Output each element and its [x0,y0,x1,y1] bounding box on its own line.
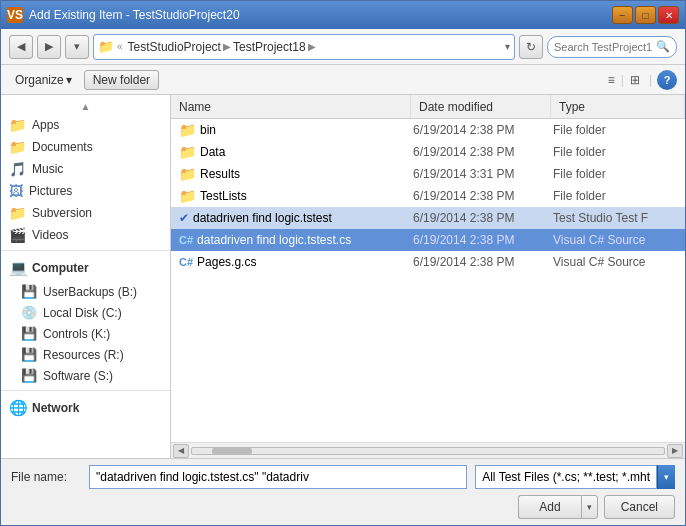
dropdown-button[interactable]: ▾ [65,35,89,59]
add-dropdown-button[interactable]: ▾ [581,495,598,519]
search-box: 🔍 [547,36,677,58]
resources-drive-icon: 💾 [21,347,37,362]
file-name-testlists: 📁 TestLists [173,188,413,204]
file-row-tstest[interactable]: ✔ datadriven find logic.tstest 6/19/2014… [171,207,685,229]
file-row-pages-cs[interactable]: C# Pages.g.cs 6/19/2014 2:38 PM Visual C… [171,251,685,273]
main-panel: Name Date modified Type 📁 bin 6/19/2014 … [171,95,685,458]
minimize-button[interactable]: − [612,6,633,24]
folder-icon-data: 📁 [179,144,196,160]
organize-toolbar: Organize ▾ New folder ≡ | ⊞ | ? [1,65,685,95]
address-toolbar: ◀ ▶ ▾ 📁 « Name TestStudioProject ▶ TestP… [1,29,685,65]
file-name-bin: 📁 bin [173,122,413,138]
sidebar-item-resources[interactable]: 💾 Resources (R:) [1,344,170,365]
folder-icon: 📁 [98,39,114,54]
cs-file-icon-2: C# [179,256,193,268]
file-name-data: 📁 Data [173,144,413,160]
file-row-bin[interactable]: 📁 bin 6/19/2014 2:38 PM File folder [171,119,685,141]
sidebar-item-subversion[interactable]: 📁 Subversion [1,202,170,224]
tstest-file-icon: ✔ [179,211,189,225]
sidebar-network-header[interactable]: 🌐 Network [1,395,170,421]
sidebar-software-label: Software (S:) [43,369,113,383]
breadcrumb-folder[interactable]: TestProject18 [233,40,306,54]
filetype-dropdown-button[interactable]: ▾ [657,465,675,489]
sidebar-music-label: Music [32,162,63,176]
action-row: Add ▾ Cancel [11,495,675,519]
address-dropdown-icon[interactable]: ▾ [505,41,510,52]
file-row-results[interactable]: 📁 Results 6/19/2014 3:31 PM File folder [171,163,685,185]
scroll-thumb[interactable] [212,448,252,454]
sidebar-item-pictures[interactable]: 🖼 Pictures [1,180,170,202]
scroll-right-button[interactable]: ▶ [667,444,683,458]
userbackups-drive-icon: 💾 [21,284,37,299]
column-date[interactable]: Date modified [411,95,551,118]
content-area: ▲ 📁 Apps 📁 Documents 🎵 Music 🖼 Pictures … [1,95,685,458]
file-name-tstest: ✔ datadriven find logic.tstest [173,211,413,225]
file-row-tstest-cs[interactable]: C# datadriven find logic.tstest.cs 6/19/… [171,229,685,251]
forward-button[interactable]: ▶ [37,35,61,59]
maximize-button[interactable]: □ [635,6,656,24]
file-row-data[interactable]: 📁 Data 6/19/2014 2:38 PM File folder [171,141,685,163]
cs-file-icon-1: C# [179,234,193,246]
filetype-control: All Test Files (*.cs; **.test; *.mht ▾ [475,465,675,489]
filetype-dropdown[interactable]: All Test Files (*.cs; **.test; *.mht [475,465,657,489]
sidebar-item-apps[interactable]: 📁 Apps [1,114,170,136]
file-type-data: File folder [553,145,683,159]
sidebar-divider-2 [1,390,170,391]
organize-arrow-icon: ▾ [66,73,72,87]
sidebar-item-music[interactable]: 🎵 Music [1,158,170,180]
file-name-pages-cs: C# Pages.g.cs [173,255,413,269]
file-type-bin: File folder [553,123,683,137]
breadcrumb-project[interactable]: TestStudioProject [128,40,221,54]
sidebar-network-label: Network [32,401,79,415]
file-type-pages-cs: Visual C# Source [553,255,683,269]
cancel-button[interactable]: Cancel [604,495,675,519]
network-icon: 🌐 [9,399,28,417]
view-buttons: ≡ | ⊞ | ? [604,70,677,90]
filename-input[interactable] [89,465,467,489]
sidebar-computer-label: Computer [32,261,89,275]
sidebar-resources-label: Resources (R:) [43,348,124,362]
address-bar[interactable]: 📁 « Name TestStudioProject ▶ TestProject… [93,34,515,60]
add-button[interactable]: Add [518,495,580,519]
scroll-track[interactable] [191,447,665,455]
new-folder-button[interactable]: New folder [84,70,159,90]
file-type-tstest: Test Studio Test F [553,211,683,225]
sidebar-apps-label: Apps [32,118,59,132]
help-button[interactable]: ? [657,70,677,90]
sidebar-computer-header[interactable]: 💻 Computer [1,255,170,281]
search-input[interactable] [554,41,652,53]
sidebar-item-controls[interactable]: 💾 Controls (K:) [1,323,170,344]
sidebar-item-localdisk[interactable]: 💿 Local Disk (C:) [1,302,170,323]
column-type[interactable]: Type [551,95,685,118]
file-name-results: 📁 Results [173,166,413,182]
horizontal-scrollbar[interactable]: ◀ ▶ [171,442,685,458]
file-date-bin: 6/19/2014 2:38 PM [413,123,553,137]
file-type-tstest-cs: Visual C# Source [553,233,683,247]
back-button[interactable]: ◀ [9,35,33,59]
list-view-button[interactable]: ≡ [604,71,619,89]
controls-drive-icon: 💾 [21,326,37,341]
scroll-left-button[interactable]: ◀ [173,444,189,458]
file-date-pages-cs: 6/19/2014 2:38 PM [413,255,553,269]
close-button[interactable]: ✕ [658,6,679,24]
sidebar-item-software[interactable]: 💾 Software (S:) [1,365,170,386]
sidebar-item-documents[interactable]: 📁 Documents [1,136,170,158]
pictures-icon: 🖼 [9,183,23,199]
organize-button[interactable]: Organize ▾ [9,71,78,89]
sidebar-item-videos[interactable]: 🎬 Videos [1,224,170,246]
file-name-tstest-cs: C# datadriven find logic.tstest.cs [173,233,413,247]
file-type-testlists: File folder [553,189,683,203]
sidebar-divider-1 [1,250,170,251]
grid-view-button[interactable]: ⊞ [626,71,644,89]
column-name[interactable]: Name [171,95,411,118]
sidebar: ▲ 📁 Apps 📁 Documents 🎵 Music 🖼 Pictures … [1,95,171,458]
sidebar-item-userbackups[interactable]: 💾 UserBackups (B:) [1,281,170,302]
breadcrumb-start: « [117,41,123,52]
new-folder-label: New folder [93,73,150,87]
file-row-testlists[interactable]: 📁 TestLists 6/19/2014 2:38 PM File folde… [171,185,685,207]
file-date-results: 6/19/2014 3:31 PM [413,167,553,181]
computer-icon: 💻 [9,259,28,277]
scroll-up-indicator: ▲ [1,99,170,114]
refresh-button[interactable]: ↻ [519,35,543,59]
folder-icon-testlists: 📁 [179,188,196,204]
